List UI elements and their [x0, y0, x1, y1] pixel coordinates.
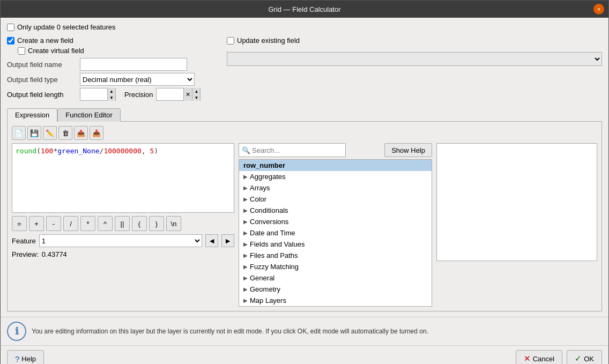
tab-function-editor[interactable]: Function Editor — [57, 108, 120, 122]
list-item-map-layers[interactable]: ▶ Map Layers — [239, 295, 432, 306]
search-wrapper: 🔍 — [239, 143, 381, 157]
list-item-fields-and-values[interactable]: ▶ Fields and Values — [239, 239, 432, 250]
row-number-label: row_number — [243, 161, 285, 169]
tab-expression[interactable]: Expression — [7, 108, 57, 122]
output-field-length-label: Output field length — [7, 91, 77, 99]
info-bar: ℹ You are editing information on this la… — [1, 317, 608, 345]
virtual-field-checkbox[interactable] — [18, 47, 25, 55]
ok-button[interactable]: ✓ OK — [567, 350, 602, 364]
feature-next-btn[interactable]: ▶ — [221, 234, 234, 247]
only-update-label[interactable]: Only update 0 selected features — [7, 23, 116, 31]
edit-button[interactable]: ✏️ — [43, 126, 57, 140]
upper-section: Create a new field Create virtual field … — [7, 36, 602, 101]
create-field-label[interactable]: Create a new field — [7, 36, 73, 44]
function-list[interactable]: row_number ▶ Aggregates ▶ Arrays — [239, 159, 432, 307]
preview-value: 0.43774 — [42, 250, 67, 258]
btn-power[interactable]: ^ — [98, 216, 113, 231]
precision-spinbox-down[interactable]: ▼ — [192, 94, 200, 101]
btn-close-paren[interactable]: ) — [149, 216, 164, 231]
list-item-arrays[interactable]: ▶ Arrays — [239, 182, 432, 194]
update-field-checkbox[interactable] — [227, 37, 234, 44]
length-spinbox-up[interactable]: ▲ — [107, 88, 115, 94]
info-icon: ℹ — [7, 322, 26, 341]
info-message: You are editing information on this laye… — [32, 328, 428, 335]
help-panel — [436, 143, 597, 261]
list-item-date-and-time[interactable]: ▶ Date and Time — [239, 227, 432, 239]
btn-newline[interactable]: \n — [166, 216, 181, 231]
only-update-checkbox[interactable] — [7, 24, 14, 31]
btn-concat[interactable]: || — [115, 216, 130, 231]
list-item-conditionals[interactable]: ▶ Conditionals — [239, 205, 432, 216]
left-top: Create a new field Create virtual field … — [7, 36, 221, 101]
btn-plus[interactable]: + — [29, 216, 44, 231]
precision-clear-btn[interactable]: ✕ — [183, 88, 192, 101]
export-button[interactable]: 📤 — [74, 126, 88, 140]
virtual-field-label[interactable]: Create virtual field — [18, 47, 84, 55]
feature-select[interactable]: 1 — [39, 234, 202, 247]
help-button[interactable]: ? Help — [7, 350, 44, 364]
save-button[interactable]: 💾 — [27, 126, 41, 140]
close-button[interactable]: × — [593, 4, 604, 14]
editor-toolbar: 📄 💾 ✏️ 🗑 📤 📥 — [12, 126, 597, 140]
function-list-area: 🔍 Show Help row_number ▶ Aggregat — [239, 143, 432, 307]
virtual-field-row: Create virtual field — [18, 47, 221, 55]
list-item-row-number[interactable]: row_number — [239, 160, 432, 171]
update-field-label[interactable]: Update existing field — [227, 36, 300, 44]
right-top: Update existing field — [227, 36, 602, 66]
output-field-name-input[interactable]: greenPer — [80, 58, 187, 71]
output-field-length-spinbox: 10 ▲ ▼ — [80, 88, 116, 101]
btn-minus[interactable]: - — [46, 216, 61, 231]
output-field-length-row: Output field length 10 ▲ ▼ Precision 5 ✕ — [7, 88, 221, 101]
precision-input[interactable]: 5 — [157, 88, 183, 100]
expr-num-100000000: 100000000 — [103, 147, 141, 155]
cancel-icon: ✕ — [524, 354, 531, 363]
main-content: Only update 0 selected features Create a… — [1, 18, 608, 317]
update-field-select-row — [227, 52, 602, 66]
btn-open-paren[interactable]: ( — [132, 216, 147, 231]
list-item-geometry[interactable]: ▶ Geometry — [239, 284, 432, 295]
search-row: 🔍 Show Help — [239, 143, 432, 157]
precision-spinbox-up[interactable]: ▲ — [192, 88, 200, 94]
feature-label: Feature — [12, 237, 36, 245]
new-file-button[interactable]: 📄 — [12, 126, 26, 140]
show-help-button[interactable]: Show Help — [384, 143, 432, 157]
list-item-color[interactable]: ▶ Color — [239, 194, 432, 205]
update-field-select[interactable] — [227, 52, 602, 66]
output-field-type-select[interactable]: Decimal number (real) Whole number (inte… — [80, 73, 195, 86]
length-spinbox-down[interactable]: ▼ — [107, 94, 115, 101]
cancel-button[interactable]: ✕ Cancel — [516, 350, 562, 364]
output-field-type-row: Output field type Decimal number (real) … — [7, 73, 221, 86]
output-field-length-input[interactable]: 10 — [80, 88, 107, 100]
help-label: Help — [21, 355, 36, 363]
btn-equals[interactable]: = — [12, 216, 27, 231]
expr-var-green: green_None — [57, 147, 99, 155]
btn-divide[interactable]: / — [63, 216, 78, 231]
create-field-checkbox[interactable] — [7, 37, 14, 44]
ok-icon: ✓ — [575, 354, 582, 363]
precision-spinbox: 5 ✕ ▲ ▼ — [156, 88, 200, 101]
preview-label: Preview: — [12, 250, 39, 258]
main-window: Grid — Field Calculator × Only update 0 … — [0, 0, 609, 364]
create-field-row: Create a new field — [7, 36, 221, 44]
bottom-right: ✕ Cancel ✓ OK — [516, 350, 602, 364]
list-item-files-and-paths[interactable]: ▶ Files and Paths — [239, 250, 432, 261]
tab-content: 📄 💾 ✏️ 🗑 📤 📥 round(100*green_None/100000… — [7, 121, 602, 311]
expression-text: round(100*green_None/100000000, 5) — [16, 147, 158, 155]
import-button[interactable]: 📥 — [90, 126, 103, 140]
list-item-aggregates[interactable]: ▶ Aggregates — [239, 171, 432, 182]
expression-textarea[interactable]: round(100*green_None/100000000, 5) — [12, 143, 234, 213]
list-item-conversions[interactable]: ▶ Conversions — [239, 216, 432, 227]
tabs: Expression Function Editor — [7, 108, 602, 122]
list-item-general[interactable]: ▶ General — [239, 272, 432, 284]
search-input[interactable] — [239, 143, 346, 157]
btn-multiply[interactable]: * — [80, 216, 95, 231]
delete-button[interactable]: 🗑 — [58, 126, 72, 140]
feature-prev-btn[interactable]: ◀ — [205, 234, 218, 247]
precision-label: Precision — [124, 91, 153, 99]
expr-num-100: 100 — [41, 147, 53, 155]
list-item-fuzzy-matching[interactable]: ▶ Fuzzy Matching — [239, 261, 432, 272]
update-field-row: Update existing field — [227, 36, 602, 44]
output-field-name-row: Output field name greenPer — [7, 58, 221, 71]
cancel-label: Cancel — [533, 355, 554, 363]
selected-features-row: Only update 0 selected features — [7, 23, 602, 31]
